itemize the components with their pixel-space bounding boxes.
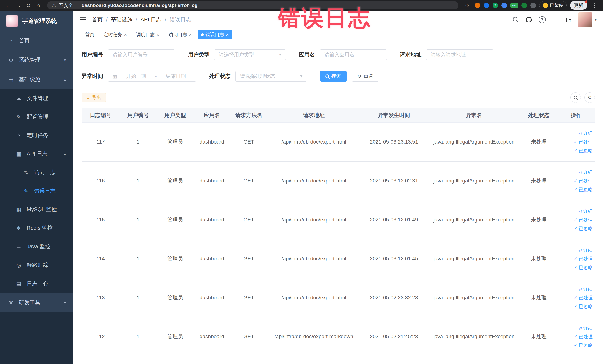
sidebar-item-infrastructure[interactable]: ▤ 基础设施 ▴ xyxy=(0,70,73,89)
detail-link[interactable]: ◎详细 xyxy=(578,208,593,214)
sidebar-item-dev-tools[interactable]: ⚒ 研发工具 ▾ xyxy=(0,293,73,312)
extension-icon-blue[interactable] xyxy=(484,3,489,8)
browser-menu-icon[interactable]: ⋮ xyxy=(590,2,599,9)
sidebar-item-mysql-monitor[interactable]: ▦ MySQL 监控 xyxy=(0,200,73,219)
user-id-label: 用户编号 xyxy=(81,51,103,59)
sidebar-toggle-icon[interactable]: ☰ xyxy=(80,16,86,23)
sidebar-item-file-management[interactable]: ☁ 文件管理 xyxy=(0,89,73,107)
extension-icon-paw[interactable] xyxy=(530,3,536,8)
tab-error-log[interactable]: 错误日志 × xyxy=(197,30,232,39)
reload-icon[interactable]: ↻ xyxy=(24,2,33,9)
refresh-icon: ↻ xyxy=(357,74,361,79)
processed-link[interactable]: ✓已处理 xyxy=(574,178,593,184)
cell-method: GET xyxy=(230,278,267,317)
cell-request-url: /api/infra/db-doc/export-markdown xyxy=(267,317,360,356)
process-status-select[interactable]: 请选择处理状态 ▾ xyxy=(235,71,307,82)
sidebar-item-access-log[interactable]: ✎ 访问日志 xyxy=(0,163,73,182)
ignored-link[interactable]: ✓已忽略 xyxy=(574,225,593,232)
detail-link[interactable]: ◎详细 xyxy=(578,247,593,253)
cell-user-type: 管理员 xyxy=(157,122,194,161)
processed-link[interactable]: ✓已处理 xyxy=(574,139,593,145)
forward-icon[interactable]: → xyxy=(14,2,23,9)
extension-icon-green-y[interactable]: Y xyxy=(493,3,498,8)
tab-scheduled-tasks[interactable]: 定时任务 × xyxy=(100,30,130,39)
sidebar-item-scheduled-tasks[interactable]: ◔ 定时任务 xyxy=(0,126,73,145)
sidebar-item-trace[interactable]: ◎ 链路追踪 xyxy=(0,256,73,274)
detail-link[interactable]: ◎详细 xyxy=(578,169,593,175)
extension-icon-orange[interactable] xyxy=(475,3,480,8)
cell-exception-time: 2021-05-03 12:02:31 xyxy=(360,161,428,200)
sidebar-item-api-logs[interactable]: ▣ API 日志 ▴ xyxy=(0,145,73,163)
url-bar[interactable]: ⚠ 不安全 dashboard.yudao.iocoder.cn/infra/l… xyxy=(47,1,458,10)
paused-badge[interactable]: 已暂停 xyxy=(539,1,567,10)
sidebar-item-config-management[interactable]: ✎ 配置管理 xyxy=(0,107,73,126)
user-id-input[interactable] xyxy=(108,49,175,60)
toggle-search-button[interactable] xyxy=(570,92,581,103)
refresh-button[interactable]: ↻ xyxy=(584,92,595,103)
back-icon[interactable]: ← xyxy=(4,2,13,9)
github-icon[interactable] xyxy=(525,16,532,23)
home-icon[interactable]: ⌂ xyxy=(34,2,43,9)
breadcrumb-item-infrastructure[interactable]: 基础设施 xyxy=(111,16,132,23)
cell-method: GET xyxy=(230,122,267,161)
breadcrumb-item-api-logs[interactable]: API 日志 xyxy=(140,16,162,23)
reset-button[interactable]: ↻ 重置 xyxy=(352,71,379,82)
ignored-link[interactable]: ✓已忽略 xyxy=(574,303,593,309)
sidebar-item-error-log[interactable]: ✎ 错误日志 xyxy=(0,182,73,200)
font-size-icon[interactable]: TT xyxy=(565,16,571,23)
request-url-input[interactable] xyxy=(426,49,493,60)
font-size-large: T xyxy=(565,16,569,23)
processed-link[interactable]: ✓已处理 xyxy=(574,217,593,223)
search-button[interactable]: 搜索 xyxy=(320,71,347,82)
help-icon[interactable]: ? xyxy=(539,16,546,23)
app-name-input[interactable] xyxy=(320,49,387,60)
ignored-link[interactable]: ✓已忽略 xyxy=(574,264,593,270)
exception-time-range[interactable]: ▦ 开始日期 - 结束日期 xyxy=(108,71,196,82)
export-button[interactable]: ↧ 导出 xyxy=(81,93,106,102)
bookmark-star-icon[interactable]: ☆ xyxy=(463,2,471,9)
extension-icon-grid[interactable] xyxy=(501,3,507,8)
sidebar-item-java-monitor[interactable]: ☕ Java 监控 xyxy=(0,237,73,256)
detail-link[interactable]: ◎详细 xyxy=(578,325,593,331)
update-button[interactable]: 更新 xyxy=(570,1,587,10)
user-menu[interactable]: ▾ xyxy=(578,12,597,27)
chevron-down-icon: ▾ xyxy=(64,58,66,63)
extension-icon-on[interactable]: on xyxy=(510,3,518,8)
tab-home[interactable]: 首页 xyxy=(81,30,98,39)
cell-user-type: 管理员 xyxy=(157,200,194,239)
breadcrumb-item-home[interactable]: 首页 xyxy=(92,16,103,23)
ignored-link[interactable]: ✓已忽略 xyxy=(574,187,593,193)
infrastructure-icon: ▤ xyxy=(7,76,14,82)
detail-link[interactable]: ◎详细 xyxy=(578,286,593,292)
processed-link[interactable]: ✓已处理 xyxy=(574,295,593,301)
processed-link[interactable]: ✓已处理 xyxy=(574,334,593,340)
sidebar-item-label: Java 监控 xyxy=(27,243,50,250)
sidebar-item-redis-monitor[interactable]: ❖ Redis 监控 xyxy=(0,219,73,237)
close-icon[interactable]: × xyxy=(189,32,192,37)
logo[interactable]: 芋道管理系统 xyxy=(0,11,73,31)
tab-schedule-log[interactable]: 调度日志 × xyxy=(133,30,163,39)
cell-user-id: 1 xyxy=(120,200,157,239)
close-icon[interactable]: × xyxy=(226,32,229,37)
tab-access-log[interactable]: 访问日志 × xyxy=(165,30,195,39)
sidebar-item-home[interactable]: ⌂ 首页 xyxy=(0,31,73,50)
check-icon: ✓ xyxy=(574,148,577,153)
sidebar-item-system[interactable]: ⚙ 系统管理 ▾ xyxy=(0,50,73,70)
col-request-url: 请求地址 xyxy=(267,108,360,122)
search-icon[interactable] xyxy=(512,16,519,23)
ignored-link[interactable]: ✓已忽略 xyxy=(574,148,593,154)
cell-actions: ◎详细 ✓已处理 ✓已忽略 xyxy=(557,161,595,200)
extension-icon-leaf[interactable] xyxy=(522,3,527,8)
ignored-link[interactable]: ✓已忽略 xyxy=(574,342,593,348)
main: ☰ 首页 / 基础设施 / API 日志 / 错误日志 xyxy=(73,11,603,364)
user-type-select[interactable]: 请选择用户类型 ▾ xyxy=(214,49,286,60)
close-icon[interactable]: × xyxy=(156,32,159,37)
processed-link[interactable]: ✓已处理 xyxy=(574,256,593,262)
cell-actions: ◎详细 ✓已处理 ✓已忽略 xyxy=(557,278,595,317)
fullscreen-icon[interactable] xyxy=(552,16,559,23)
close-icon[interactable]: × xyxy=(124,32,127,37)
detail-link[interactable]: ◎详细 xyxy=(578,130,593,136)
check-icon: ✓ xyxy=(574,226,577,231)
sidebar-item-label: 研发工具 xyxy=(19,299,40,306)
sidebar-item-log-center[interactable]: ▤ 日志中心 xyxy=(0,274,73,293)
